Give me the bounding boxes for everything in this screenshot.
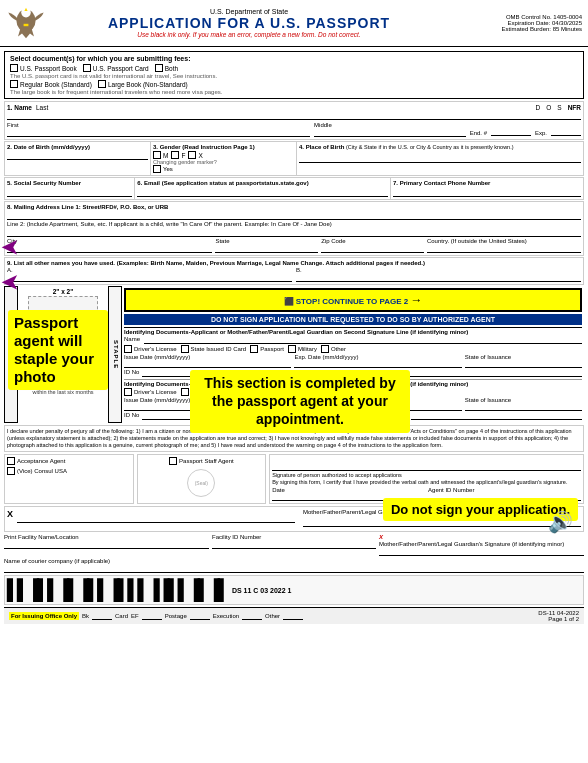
postage-input[interactable]: [190, 612, 210, 620]
email-input[interactable]: [137, 188, 388, 197]
ef-input[interactable]: [142, 612, 162, 620]
staple-right-bar: STAPLE: [108, 286, 122, 423]
other-input[interactable]: [283, 612, 303, 620]
regular-checkbox[interactable]: [10, 80, 18, 88]
addr2-input[interactable]: [7, 228, 581, 237]
regular-checkbox-item[interactable]: Regular Book (Standard): [10, 80, 92, 88]
both-checkbox[interactable]: [155, 64, 163, 72]
facility-id-input[interactable]: [212, 540, 376, 549]
consul-checkbox[interactable]: [7, 467, 15, 475]
both-label: Both: [165, 65, 178, 72]
state-id2-checkbox[interactable]: [181, 388, 189, 396]
section-names: 9. List all other names you have used. (…: [4, 257, 584, 285]
country-issuance-input[interactable]: [411, 412, 582, 420]
courier-input[interactable]: [4, 564, 584, 573]
card-checkbox-item[interactable]: U.S. Passport Card: [83, 64, 149, 72]
applicant-sig-line[interactable]: [17, 509, 295, 523]
addr1-input[interactable]: [7, 211, 581, 220]
exp-input[interactable]: [551, 127, 581, 136]
addr2-label: Line 2: (Include Apartment, Suite, etc. …: [7, 221, 581, 227]
first-name-input[interactable]: [7, 128, 310, 137]
ssn-input[interactable]: [7, 188, 132, 197]
other-name-a[interactable]: [7, 273, 292, 282]
gender-x-checkbox[interactable]: [188, 151, 196, 159]
name-row: Name: [124, 336, 582, 344]
email-label: 6. Email (See application status at pass…: [137, 180, 388, 186]
section-2-4: 2. Date of Birth (mm/dd/yyyy) 3. Gender …: [4, 141, 584, 176]
military-checkbox[interactable]: [288, 345, 296, 353]
card-checkbox[interactable]: [83, 64, 91, 72]
dept-label: U.S. Department of State: [46, 8, 452, 15]
form-header: U.S. Department of State APPLICATION FOR…: [0, 0, 588, 47]
both-checkbox-item[interactable]: Both: [155, 64, 178, 72]
s1-last: Last: [36, 104, 48, 111]
dob-label: 2. Date of Birth (mm/dd/yyyy): [7, 144, 148, 150]
gender-options: M F X: [153, 151, 294, 159]
staff-checkbox[interactable]: [169, 457, 177, 465]
barcode-row: ▌▌▐▌▌▐▌▐▌▌▐▌▌▌▐▐▌▌▐▌▐▌ DS 11 C 03 2022 1: [4, 575, 584, 605]
passport-checkbox[interactable]: [250, 345, 258, 353]
annotation-staple: Passport agent will staple your photo: [8, 310, 108, 390]
acceptance-row: Acceptance Agent (Vice) Consul USA Passp…: [4, 454, 584, 504]
id-docs-label: Identifying Documents-Applicant or Mothe…: [124, 327, 582, 335]
section-name: 1. Name Last D O S NFR First Middle: [4, 101, 584, 140]
gender-f-checkbox[interactable]: [171, 151, 179, 159]
header-center: U.S. Department of State APPLICATION FOR…: [46, 8, 452, 38]
state-input[interactable]: [215, 244, 318, 253]
issue-date-input[interactable]: [124, 360, 291, 368]
last-name-input[interactable]: [7, 111, 581, 120]
guardian-minor-input[interactable]: [379, 547, 584, 556]
large-checkbox[interactable]: [98, 80, 106, 88]
phone-label: 7. Primary Contact Phone Number: [393, 180, 581, 186]
zip-input[interactable]: [321, 244, 424, 253]
arrow-left2-icon: ➤: [1, 270, 18, 294]
state-issuance-input[interactable]: [465, 360, 582, 368]
large-checkbox-item[interactable]: Large Book (Non-Standard): [98, 80, 188, 88]
stop-banner: ⬛ STOP! CONTINUE TO PAGE 2 →: [124, 288, 582, 312]
sig-main-box: Signature of person authorized to accept…: [269, 454, 584, 504]
ssn-label: 5. Social Security Number: [7, 180, 132, 186]
pob-input[interactable]: [299, 154, 581, 163]
acceptance-checkbox[interactable]: [7, 457, 15, 465]
state-id-checkbox[interactable]: [181, 345, 189, 353]
phone-input[interactable]: [393, 188, 581, 197]
footer-bar: For Issuing Office Only Bk Card EF Posta…: [4, 607, 584, 624]
middle-name-input[interactable]: [314, 128, 466, 137]
bk-input[interactable]: [92, 612, 112, 620]
doc-type-row1: U.S. Passport Book U.S. Passport Card Bo…: [10, 64, 578, 72]
exp-date-input[interactable]: [294, 360, 461, 368]
agent-name-input[interactable]: [144, 336, 582, 344]
section-address: 8. Mailing Address Line 1: Street/RFD#, …: [4, 201, 584, 256]
book-checkbox[interactable]: [10, 64, 18, 72]
do-not-sign-banner: DO NOT SIGN APPLICATION UNTIL REQUESTED …: [124, 314, 582, 325]
facility-input[interactable]: [4, 540, 209, 549]
doc-type-row2: Regular Book (Standard) Large Book (Non-…: [10, 80, 578, 88]
end-input[interactable]: [491, 127, 531, 136]
state-issuance2-input[interactable]: [465, 403, 582, 411]
book-checkbox-item[interactable]: U.S. Passport Book: [10, 64, 77, 72]
drivers2-checkbox[interactable]: [124, 388, 132, 396]
form-subtitle: Use black ink only. If you make an error…: [46, 31, 452, 38]
stop-text: STOP! CONTINUE TO PAGE 2: [296, 297, 408, 306]
drivers-checkbox[interactable]: [124, 345, 132, 353]
yes-checkbox[interactable]: [153, 165, 161, 173]
issue-exp-row: Issue Date (mm/dd/yyyy) Exp. Date (mm/dd…: [124, 354, 582, 368]
doc-type-checks: Driver's License State Issued ID Card Pa…: [124, 345, 582, 353]
execution-input[interactable]: [242, 612, 262, 620]
gender-m-checkbox[interactable]: [153, 151, 161, 159]
dob-input[interactable]: [7, 151, 148, 160]
addr1-label: 8. Mailing Address Line 1: Street/RFD#, …: [7, 204, 581, 210]
courier-row: Name of courier company (if applicable): [4, 558, 584, 573]
issuing-office: For Issuing Office Only Bk Card EF Posta…: [9, 612, 303, 620]
gender-label: 3. Gender (Read Instruction Page 1): [153, 144, 294, 150]
speaker-icon: 🔊: [548, 510, 573, 534]
city-input[interactable]: [7, 244, 212, 253]
main-sig-line[interactable]: [272, 457, 581, 471]
svg-rect-3: [24, 24, 29, 26]
other-checkbox[interactable]: [321, 345, 329, 353]
other-name-b[interactable]: [296, 273, 581, 282]
country-input[interactable]: [427, 244, 581, 253]
seal-circle: (Seal): [187, 469, 215, 497]
card-label: U.S. Passport Card: [93, 65, 149, 72]
large-label: Large Book (Non-Standard): [108, 81, 188, 88]
